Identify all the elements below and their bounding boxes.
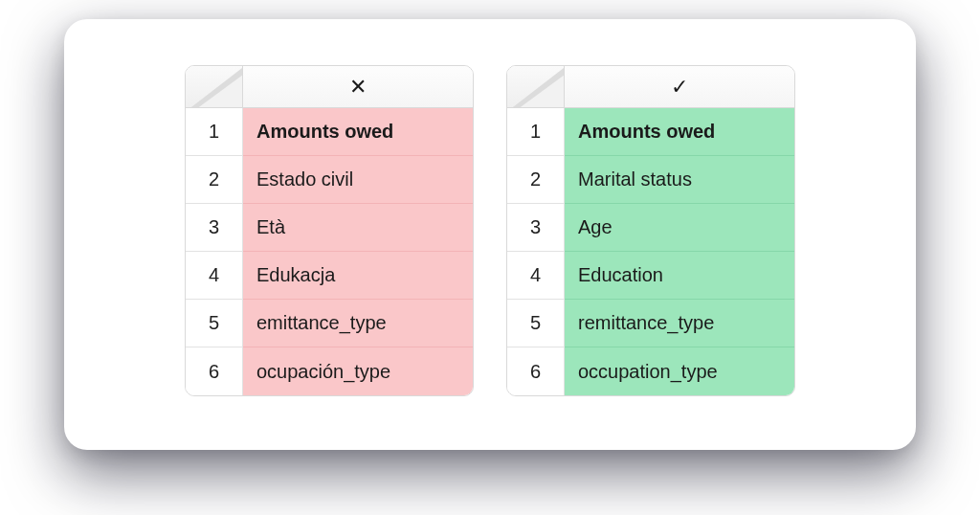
row-number: 4 (186, 252, 243, 300)
table-row: 5 remittance_type (507, 300, 794, 347)
row-value: emittance_type (243, 300, 473, 347)
row-number: 5 (186, 300, 243, 347)
cross-icon: ✕ (243, 66, 473, 107)
row-value: Edukacja (243, 252, 473, 300)
row-value: ocupación_type (243, 347, 473, 395)
row-number: 3 (186, 204, 243, 252)
row-value: remittance_type (565, 300, 794, 347)
stage: ✕ 1 Amounts owed 2 Estado civil 3 Età 4 … (0, 0, 980, 515)
row-value: Amounts owed (565, 108, 794, 156)
row-number: 2 (186, 156, 243, 204)
row-number: 5 (507, 300, 565, 347)
table-row: 4 Education (507, 252, 794, 300)
table-row: 3 Age (507, 204, 794, 252)
row-value: Estado civil (243, 156, 473, 204)
row-value: Education (565, 252, 794, 300)
table-row: 1 Amounts owed (507, 108, 794, 156)
row-number: 6 (507, 347, 565, 395)
table-row: 5 emittance_type (186, 300, 473, 347)
row-value: occupation_type (565, 347, 794, 395)
row-number: 1 (507, 108, 565, 156)
table-row: 2 Marital status (507, 156, 794, 204)
good-table-header: ✓ (507, 66, 794, 108)
table-corner (186, 66, 243, 107)
row-number: 6 (186, 347, 243, 395)
table-row: 1 Amounts owed (186, 108, 473, 156)
table-row: 2 Estado civil (186, 156, 473, 204)
table-row: 6 ocupación_type (186, 347, 473, 395)
bad-table-header: ✕ (186, 66, 473, 108)
table-row: 4 Edukacja (186, 252, 473, 300)
table-corner (507, 66, 565, 107)
bad-table: ✕ 1 Amounts owed 2 Estado civil 3 Età 4 … (185, 65, 474, 396)
table-row: 6 occupation_type (507, 347, 794, 395)
check-icon: ✓ (565, 66, 794, 107)
row-value: Age (565, 204, 794, 252)
table-row: 3 Età (186, 204, 473, 252)
row-value: Marital status (565, 156, 794, 204)
row-number: 3 (507, 204, 565, 252)
row-number: 4 (507, 252, 565, 300)
row-value: Amounts owed (243, 108, 473, 156)
good-table: ✓ 1 Amounts owed 2 Marital status 3 Age … (506, 65, 795, 396)
card: ✕ 1 Amounts owed 2 Estado civil 3 Età 4 … (64, 19, 916, 450)
row-number: 2 (507, 156, 565, 204)
row-number: 1 (186, 108, 243, 156)
row-value: Età (243, 204, 473, 252)
